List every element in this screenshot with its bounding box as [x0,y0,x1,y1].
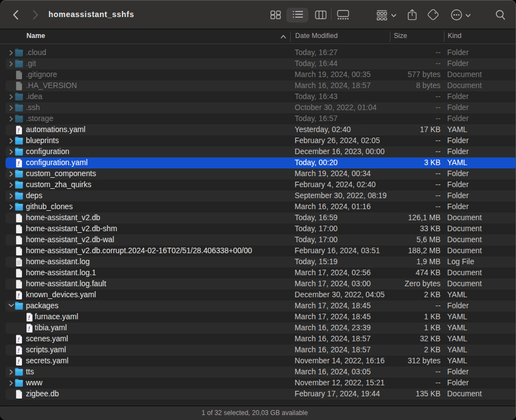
svg-text:!: ! [18,292,20,299]
svg-text:!: ! [18,358,20,365]
svg-text:!: ! [18,127,20,134]
svg-text:!: ! [18,347,20,354]
svg-text:!: ! [18,160,20,167]
svg-text:!: ! [28,325,30,332]
svg-text:!: ! [28,314,30,321]
svg-text:!: ! [18,336,20,343]
